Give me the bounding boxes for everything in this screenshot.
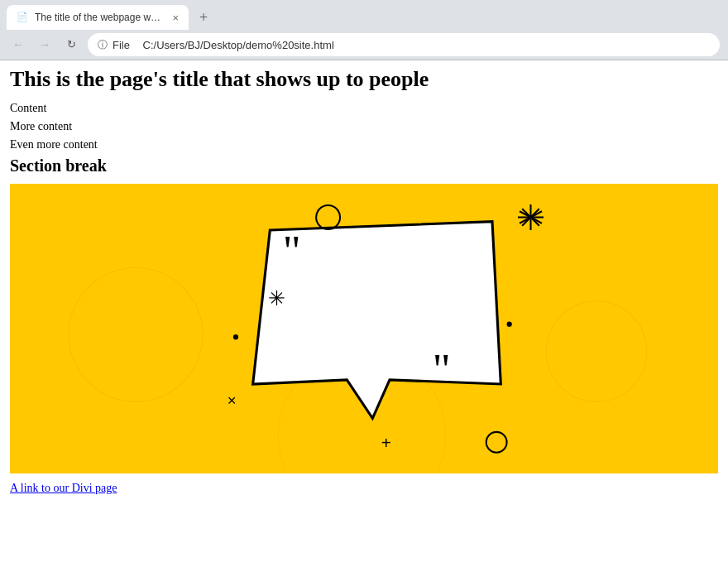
svg-text:": " (283, 226, 301, 276)
content-line-2: More content (10, 120, 718, 133)
url-path: C:/Users/BJ/Desktop/demo%20site.html (143, 39, 334, 51)
yellow-banner: " ✳ " × + (10, 184, 718, 473)
tab-close-icon[interactable]: × (172, 12, 179, 24)
page-main-title: This is the page's title that shows up t… (10, 67, 718, 92)
url-info-icon: ⓘ (98, 38, 108, 52)
speech-bubble-svg: " ✳ " × + (165, 204, 563, 461)
svg-text:": " (433, 344, 451, 394)
svg-text:✳: ✳ (268, 287, 285, 310)
svg-text:+: + (381, 433, 391, 452)
tab-favicon: 📄 (17, 12, 28, 23)
new-tab-button[interactable]: + (192, 6, 215, 29)
url-bar[interactable]: ⓘ File C:/Users/BJ/Desktop/demo%20site.h… (88, 33, 720, 56)
page-content: This is the page's title that shows up t… (0, 60, 728, 567)
divi-page-link[interactable]: A link to our Divi page (10, 482, 718, 495)
svg-point-15 (507, 322, 512, 327)
url-separator (135, 39, 138, 51)
svg-point-18 (486, 432, 507, 453)
url-protocol: File (113, 39, 130, 51)
address-bar: ← → ↻ ⓘ File C:/Users/BJ/Desktop/demo%20… (0, 30, 728, 60)
content-line-1: Content (10, 102, 718, 115)
tab-bar: 📄 The title of the webpage would c × + (0, 0, 728, 30)
refresh-button[interactable]: ↻ (61, 35, 81, 55)
tab-title: The title of the webpage would c (35, 12, 165, 23)
forward-button[interactable]: → (35, 35, 55, 55)
back-button[interactable]: ← (8, 35, 28, 55)
section-break-heading: Section break (10, 156, 718, 175)
svg-point-7 (316, 205, 340, 229)
active-tab[interactable]: 📄 The title of the webpage would c × (7, 5, 189, 30)
browser-chrome: 📄 The title of the webpage would c × + ←… (0, 0, 728, 60)
content-line-3: Even more content (10, 138, 718, 151)
svg-point-14 (233, 334, 238, 339)
svg-text:×: × (228, 392, 237, 409)
